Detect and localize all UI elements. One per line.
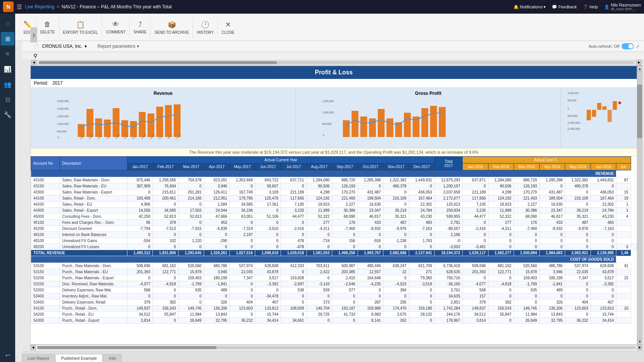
col-oct-2017: Oct-2017: [358, 164, 383, 170]
tab-info[interactable]: Info: [103, 354, 121, 362]
horizontal-scrollbar-bottom[interactable]: ◀ ▶: [30, 345, 642, 350]
company-selector[interactable]: CRONUS USA, Inc. ▾: [42, 44, 87, 49]
col-group-actual-current: Actual Current Year: [127, 157, 434, 164]
col-jun-2017: Jun-2017: [255, 164, 281, 170]
svg-rect-16: [165, 105, 172, 137]
table-row: 44100Sales, Retail - Dom.193,408200,4612…: [31, 195, 637, 201]
params-label: Report parameters: [97, 44, 135, 49]
delete-button[interactable]: 🗑 DELETE: [36, 17, 59, 38]
notifications-button[interactable]: 🔔 Notifications ▾: [514, 5, 546, 9]
table-row: 43150Sales, Raw Materials - EU367,90976,…: [31, 183, 637, 189]
col-group-actual-last: Actual Last Y...: [463, 157, 631, 164]
history-button[interactable]: 🕐 HISTORY: [193, 17, 218, 38]
autorefresh-control: Auto-refresh: Off ⤢: [589, 43, 639, 49]
archive-icon: 📦: [168, 20, 176, 29]
hamburger-menu[interactable]: ☰: [17, 3, 22, 11]
close-button[interactable]: ✕ CLOSE: [218, 17, 238, 38]
svg-rect-13: [139, 112, 146, 137]
scroll-down-btn[interactable]: ▼: [637, 339, 642, 344]
data-table: Account No Description Actual Current Ye…: [31, 156, 637, 324]
svg-rect-47: [421, 108, 428, 137]
horizontal-scrollbar-top[interactable]: ◀ ▶: [30, 60, 642, 66]
share-button[interactable]: ⤴ SHARE: [130, 17, 151, 38]
sidebar-item-home[interactable]: ⌂: [1, 17, 14, 30]
scroll-up-btn[interactable]: ▲: [637, 66, 642, 71]
content-area: ❯ 📄 CRONUS USA, Inc. ▾ Report parameters…: [15, 41, 644, 362]
tab-live-report[interactable]: Live Report: [22, 354, 55, 362]
svg-rect-8: [95, 118, 102, 137]
autorefresh-toggle[interactable]: [622, 43, 634, 49]
gross-profit-chart-title: Gross Profit: [299, 91, 558, 96]
toolbar: ✏️ EDIT 🗑 DELETE 📋 EXPORT TO EXCEL 👁 COM…: [15, 14, 644, 41]
vertical-scrollbar[interactable]: ▲ ▼: [637, 66, 642, 344]
report-content[interactable]: Profit & Loss Period: 2017 Revenue: [31, 66, 637, 344]
small-chart-svg: 1,000,000 500,000 0 (500,000) (1,000,000…: [564, 91, 634, 132]
sidebar-item-list[interactable]: ≡: [1, 47, 14, 61]
sidebar-item-reports[interactable]: 📊: [1, 62, 14, 76]
tab-published-example[interactable]: Published Example: [55, 354, 102, 362]
breadcrumb-separator: >: [57, 4, 59, 9]
col-aug-2017: Aug-2017: [306, 164, 332, 170]
period-label: Period:: [34, 80, 48, 86]
revenue-chart-svg: 2,500,000 2,000,000 1,500,000 1,000,000 …: [34, 98, 292, 139]
col-nov-2017: Nov-2017: [383, 164, 409, 170]
v-scroll-track[interactable]: [637, 71, 642, 339]
sidebar-item-back[interactable]: ↩: [1, 348, 14, 362]
collapse-panel-button[interactable]: ❯: [30, 41, 37, 42]
user-menu[interactable]: 👤 Nils Rasmussen dk_Hanz.ERP_...: [604, 3, 641, 11]
col-dec-2017: Dec-2017: [409, 164, 435, 170]
svg-text:500,000: 500,000: [57, 130, 66, 133]
params-bar: 📄 CRONUS USA, Inc. ▾ Report parameters ▾…: [22, 41, 644, 52]
table-row: 53350Delivery Expenses, Raw Mat.56806354…: [31, 287, 637, 293]
sidebar-item-table[interactable]: ⊟: [1, 93, 14, 106]
small-chart: 1,000,000 500,000 0 (500,000) (1,000,000…: [561, 88, 637, 148]
h-scroll-track[interactable]: [37, 346, 636, 349]
table-row: 48200Unrealized FX Losses000000-47800000…: [31, 244, 637, 250]
svg-text:2,500,000: 2,500,000: [57, 100, 69, 102]
svg-text:0: 0: [323, 134, 324, 137]
table-row: 48100Unrealized FX Gains-5541021,220-290…: [31, 238, 637, 244]
svg-text:0: 0: [58, 136, 59, 139]
svg-text:1,500,000: 1,500,000: [322, 100, 334, 102]
breadcrumb-root[interactable]: Live Reporting: [25, 4, 54, 9]
col-header-acct: Account No: [31, 157, 60, 170]
main-area: ✏️ EDIT 🗑 DELETE 📋 EXPORT TO EXCEL 👁 COM…: [15, 14, 644, 362]
export-excel-button[interactable]: 📋 EXPORT TO EXCEL: [59, 17, 102, 38]
table-row: 54200Purch., Retail - EU34,51255,84711,9…: [31, 312, 637, 318]
scroll-right-btn[interactable]: ▶: [636, 60, 642, 65]
company-dropdown-icon: ▾: [85, 44, 87, 49]
table-row: 53100Purch., Raw Materials - Dom.508,696…: [31, 263, 637, 269]
sidebar-item-tools[interactable]: 🔧: [1, 108, 14, 121]
user-subtitle: dk_Hanz.ERP_...: [611, 7, 641, 11]
feedback-button[interactable]: 💬 Feedback: [552, 5, 576, 9]
help-button[interactable]: ❓ Help: [583, 5, 598, 9]
cogs-section-header: COST OF GOODS SOLD: [31, 256, 637, 263]
topbar-right: 🔔 Notifications ▾ 💬 Feedback ❓ Help 👤 Ni…: [514, 3, 641, 11]
svg-rect-38: [343, 120, 350, 137]
delete-icon: 🗑: [44, 20, 51, 28]
col-jan-2017: Jan-2017: [127, 164, 153, 170]
sidebar-item-users[interactable]: 👥: [1, 77, 14, 91]
svg-text:0: 0: [568, 107, 569, 110]
scroll-track[interactable]: [39, 61, 634, 64]
sidebar-item-dashboard[interactable]: ⊞: [1, 32, 14, 46]
scroll-left-btn[interactable]: ◀: [31, 60, 36, 65]
h-scroll-right-btn[interactable]: ▶: [637, 345, 642, 350]
breadcrumb-child: NAV12 - Finance – P&L All Months This ye…: [61, 4, 171, 9]
table-row: 45200Discount Granted-7,704-7,513-7,915-…: [31, 226, 637, 232]
company-icon: 📄: [33, 44, 39, 49]
table-row: 45000Consulting Fees - Dom.42,25052,8135…: [31, 214, 637, 220]
comment-button[interactable]: 👁 COMMENT: [102, 17, 130, 38]
table-row: 43300Sales, Raw Materials - Export0215,8…: [31, 189, 637, 195]
svg-text:1,500,000: 1,500,000: [57, 115, 69, 118]
params-toggle[interactable]: Report parameters ▾: [97, 44, 139, 49]
h-scroll-left-btn[interactable]: ◀: [30, 345, 36, 350]
svg-text:(1,000,000): (1,000,000): [568, 121, 580, 124]
send-archive-button[interactable]: 📦 SEND TO ARCHIVE: [151, 17, 193, 38]
col-may-2017: May-2017: [229, 164, 255, 170]
col-apr-2017: Apr-2017: [204, 164, 230, 170]
table-row: 53150Purch., Raw Materials - EU201,39312…: [31, 269, 637, 275]
charts-area: Revenue 2,500,000 2,000,000 1,500,000 1,…: [31, 88, 637, 148]
total-revenue-row: TOTAL REVENUE1,490,3121,831,8061,293,645…: [31, 250, 637, 256]
table-row: 53250Disc. Received, Raw Materials-4,077…: [31, 281, 637, 287]
